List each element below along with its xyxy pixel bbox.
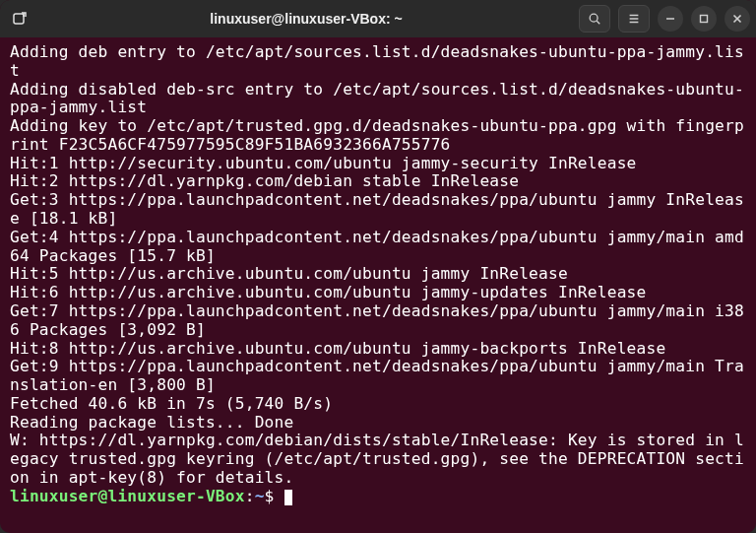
svg-point-2 [590, 14, 598, 22]
minimize-button[interactable] [658, 6, 683, 32]
prompt-path: ~ [255, 487, 265, 505]
output-line: Get:7 https://ppa.launchpadcontent.net/d… [10, 301, 744, 339]
maximize-icon [698, 13, 710, 25]
output-line: Hit:1 http://security.ubuntu.com/ubuntu … [10, 154, 637, 172]
output-line: Adding key to /etc/apt/trusted.gpg.d/dea… [10, 116, 744, 154]
output-line: Hit:2 https://dl.yarnpkg.com/debian stab… [10, 171, 519, 190]
output-line: Get:9 https://ppa.launchpadcontent.net/d… [10, 357, 744, 394]
prompt-dollar: $ [265, 487, 275, 505]
terminal-window: linuxuser@linuxuser-VBox: ~ [0, 0, 756, 533]
output-line: W: https://dl.yarnpkg.com/debian/dists/s… [10, 431, 744, 487]
cursor [284, 490, 292, 505]
hamburger-icon [627, 12, 641, 26]
output-line: Get:3 https://ppa.launchpadcontent.net/d… [10, 190, 744, 228]
menu-button[interactable] [618, 5, 650, 33]
output-line: Adding disabled deb-src entry to /etc/ap… [10, 80, 744, 117]
svg-line-3 [597, 21, 599, 24]
close-button[interactable] [724, 6, 750, 32]
output-line: Fetched 40.6 kB in 7s (5,740 B/s) [10, 394, 333, 413]
window-title: linuxuser@linuxuser-VBox: ~ [41, 11, 571, 27]
output-line: Hit:6 http://us.archive.ubuntu.com/ubunt… [10, 283, 646, 301]
titlebar-left [6, 5, 33, 33]
search-button[interactable] [579, 5, 610, 33]
search-icon [588, 12, 601, 26]
maximize-button[interactable] [691, 6, 717, 32]
prompt-user-host: linuxuser@linuxuser-VBox [10, 487, 245, 505]
minimize-icon [664, 13, 676, 25]
output-line: Get:4 https://ppa.launchpadcontent.net/d… [10, 228, 744, 265]
titlebar: linuxuser@linuxuser-VBox: ~ [0, 0, 756, 37]
svg-rect-0 [14, 14, 24, 24]
svg-rect-8 [701, 16, 708, 23]
terminal-output[interactable]: Adding deb entry to /etc/apt/sources.lis… [0, 37, 756, 533]
output-line: Hit:8 http://us.archive.ubuntu.com/ubunt… [10, 339, 665, 358]
output-line: Hit:5 http://us.archive.ubuntu.com/ubunt… [10, 264, 568, 283]
new-tab-icon [12, 11, 28, 27]
output-line: Reading package lists... Done [10, 413, 293, 432]
output-line: Adding deb entry to /etc/apt/sources.lis… [10, 42, 744, 80]
close-icon [731, 13, 743, 25]
titlebar-right [579, 5, 750, 33]
new-tab-button[interactable] [6, 5, 33, 33]
prompt-colon: : [245, 487, 255, 505]
